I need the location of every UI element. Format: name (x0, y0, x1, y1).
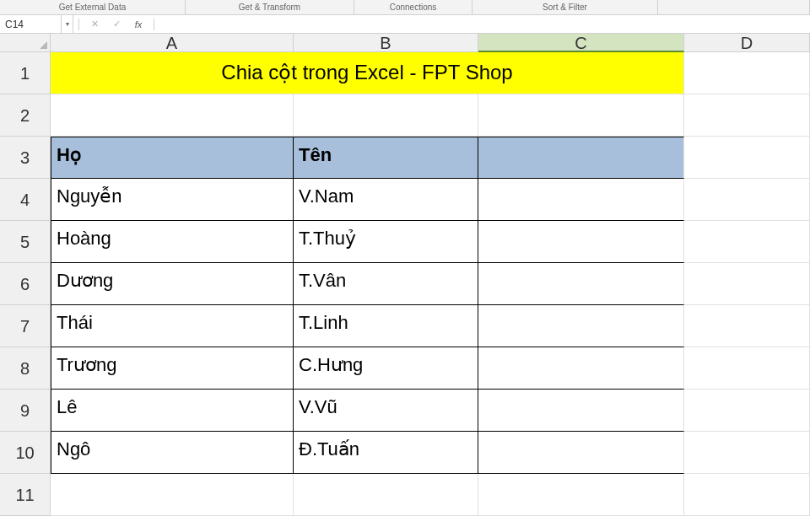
cell[interactable]: Thái (51, 305, 294, 347)
cell[interactable] (478, 432, 684, 474)
cell[interactable]: Lê (51, 390, 294, 432)
row-header[interactable]: 7 (0, 305, 51, 347)
cell[interactable] (478, 179, 684, 221)
formula-input[interactable] (154, 15, 810, 33)
cell[interactable] (684, 52, 810, 94)
row-header[interactable]: 1 (0, 52, 51, 94)
cell[interactable]: Ngô (51, 432, 294, 474)
row-header[interactable]: 3 (0, 137, 51, 179)
cell[interactable] (684, 137, 810, 179)
cell[interactable] (478, 390, 684, 432)
formula-bar: C14 ▾ ✕ ✓ fx (0, 15, 810, 34)
cell[interactable] (51, 94, 294, 137)
enter-icon[interactable]: ✓ (110, 19, 123, 30)
cell[interactable] (478, 94, 684, 137)
cell[interactable]: Trương (51, 347, 294, 390)
cell[interactable] (684, 179, 810, 221)
row-headers: 1 2 3 4 5 6 7 8 9 10 11 (0, 52, 51, 516)
name-box[interactable]: C14 (0, 15, 62, 33)
ribbon-group[interactable]: Get External Data (0, 0, 186, 14)
cell[interactable] (478, 263, 684, 305)
cell[interactable]: Nguyễn (51, 179, 294, 221)
row-header[interactable]: 4 (0, 179, 51, 221)
col-header-c[interactable]: C (478, 34, 684, 52)
cell[interactable]: C.Hưng (294, 347, 478, 390)
cell[interactable]: V.Nam (294, 179, 478, 221)
col-header-b[interactable]: B (294, 34, 478, 52)
cell[interactable] (478, 221, 684, 263)
row-header[interactable]: 6 (0, 263, 51, 305)
table-header[interactable]: Họ (51, 137, 294, 179)
col-header-d[interactable]: D (684, 34, 810, 52)
cell[interactable] (684, 94, 810, 137)
column-headers: A B C D (51, 34, 810, 52)
select-all-corner[interactable] (0, 34, 51, 52)
cell[interactable] (684, 390, 810, 432)
col-header-a[interactable]: A (51, 34, 294, 52)
ribbon-group[interactable]: Sort & Filter (472, 0, 658, 14)
cell[interactable]: T.Linh (294, 305, 478, 347)
cell[interactable] (684, 221, 810, 263)
cell[interactable]: V.Vũ (294, 390, 478, 432)
cell[interactable]: Dương (51, 263, 294, 305)
ribbon-group-labels: Get External Data Get & Transform Connec… (0, 0, 810, 15)
cell[interactable]: T.Thuỷ (294, 221, 478, 263)
row-header[interactable]: 8 (0, 347, 51, 390)
cell[interactable] (684, 263, 810, 305)
fx-icon[interactable]: fx (132, 19, 145, 30)
cell[interactable] (294, 474, 478, 516)
cell[interactable] (684, 347, 810, 390)
ribbon-group[interactable]: Connections (354, 0, 472, 14)
cell[interactable] (684, 305, 810, 347)
cell[interactable] (684, 432, 810, 474)
row-header[interactable]: 10 (0, 432, 51, 474)
row-header[interactable]: 11 (0, 474, 51, 516)
table-header[interactable] (478, 137, 684, 179)
ribbon-group[interactable]: Get & Transform (186, 0, 354, 14)
row-header[interactable]: 9 (0, 390, 51, 432)
name-box-dropdown-icon[interactable]: ▾ (62, 15, 73, 33)
cell[interactable] (478, 347, 684, 390)
row-header[interactable]: 5 (0, 221, 51, 263)
title-cell[interactable]: Chia cột trong Excel - FPT Shop (51, 52, 684, 94)
cell[interactable] (684, 474, 810, 516)
table-header[interactable]: Tên (294, 137, 478, 179)
cell[interactable] (478, 474, 684, 516)
cell[interactable] (478, 305, 684, 347)
cancel-icon[interactable]: ✕ (88, 19, 101, 30)
cell[interactable]: T.Vân (294, 263, 478, 305)
cell[interactable] (294, 94, 478, 137)
row-header[interactable]: 2 (0, 94, 51, 137)
cell[interactable] (51, 474, 294, 516)
cells-grid[interactable]: Chia cột trong Excel - FPT Shop Họ Tên N… (51, 52, 810, 516)
cell[interactable]: Đ.Tuấn (294, 432, 478, 474)
cell[interactable]: Hoàng (51, 221, 294, 263)
